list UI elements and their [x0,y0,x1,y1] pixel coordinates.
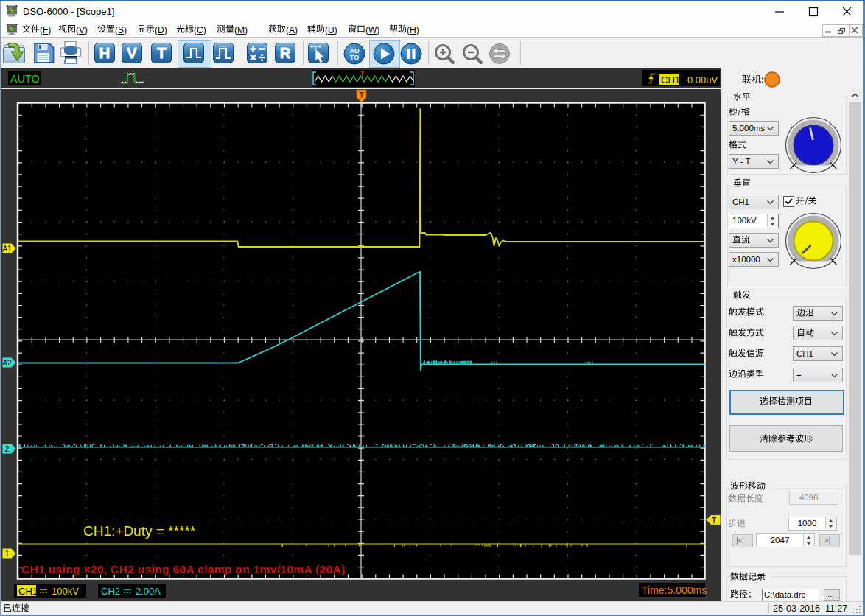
svg-text:2: 2 [5,445,10,453]
svg-text:T: T [712,517,716,525]
svg-text:1: 1 [5,550,10,558]
svg-text:A1: A1 [2,245,12,253]
svg-text:T: T [359,91,363,99]
svg-text:A2: A2 [2,359,12,367]
